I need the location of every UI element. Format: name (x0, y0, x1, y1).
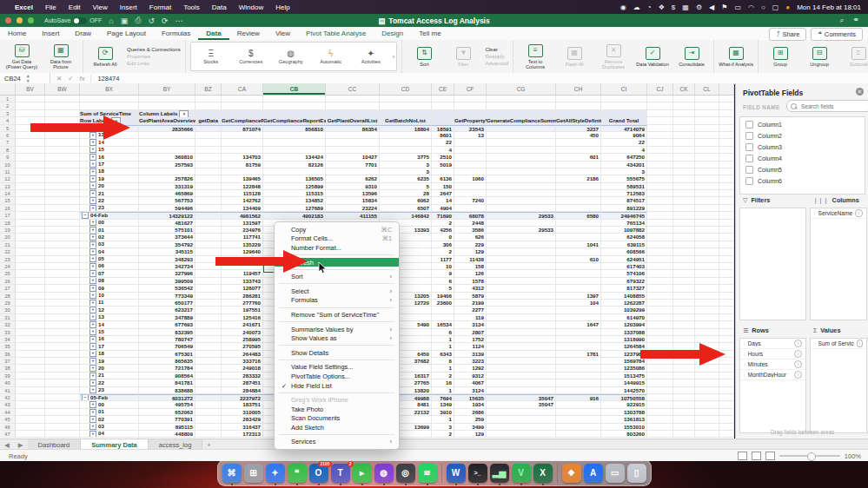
cell-BZ34[interactable] (195, 336, 222, 343)
cell-BW26[interactable] (45, 278, 80, 285)
cell-CI5[interactable]: 4714079 (601, 125, 647, 132)
cell-CF8[interactable] (454, 147, 487, 154)
cell-CF2[interactable] (454, 102, 487, 109)
cell-BW31[interactable] (45, 314, 80, 321)
cell-BX40[interactable]: +22 (80, 379, 139, 386)
cell-CG47[interactable] (487, 431, 556, 438)
cell-BY45[interactable]: 770391 (139, 416, 195, 423)
cell-CE10[interactable]: 5019 (432, 162, 454, 168)
cell-CG9[interactable] (487, 154, 556, 161)
tab-formulas[interactable]: Formulas (154, 27, 198, 40)
cell-BW42[interactable] (45, 394, 80, 401)
expand-toggle-icon[interactable]: + (89, 424, 96, 431)
cell-CJ44[interactable] (647, 409, 673, 416)
cell-BX17[interactable]: −04-Feb (80, 212, 139, 219)
cell-CE28[interactable]: 19406 (432, 293, 454, 300)
cell-BZ16[interactable] (195, 205, 222, 212)
columns-area-box[interactable]: ⁞ServiceNamei (810, 208, 867, 320)
menu-item-sort[interactable]: Sort› (275, 272, 399, 281)
cell-CF28[interactable]: 5879 (454, 293, 487, 300)
cell-CJ32[interactable] (647, 321, 673, 328)
cell-CF23[interactable]: 11438 (454, 256, 487, 263)
row-header-26[interactable]: 26 (0, 278, 16, 285)
drag-handle-icon[interactable]: ⁞ (744, 352, 745, 357)
menu-item-hide-field-list[interactable]: ✓Hide Field List (275, 381, 399, 391)
cell-CG5[interactable] (487, 125, 556, 132)
zoom-window-button[interactable] (28, 17, 34, 23)
cell-BX31[interactable]: +13 (80, 314, 139, 321)
cell-CH20[interactable] (556, 234, 601, 241)
expand-toggle-icon[interactable]: + (89, 416, 96, 423)
cell-CA34[interactable]: 258995 (222, 336, 263, 343)
cell-BZ6[interactable] (195, 132, 222, 139)
queries-connections-button[interactable]: Queries & Connections (127, 47, 181, 52)
cell-CH23[interactable]: 610 (556, 256, 601, 263)
cell-CG11[interactable] (487, 168, 556, 175)
cell-CA36[interactable]: 264483 (222, 351, 263, 358)
cell-CL30[interactable] (695, 307, 719, 313)
cell-x25[interactable] (719, 270, 734, 277)
cell-CK9[interactable] (673, 154, 695, 161)
cell-BV6[interactable] (16, 132, 45, 139)
cell-CG12[interactable] (487, 175, 556, 182)
row-header-4[interactable]: 4 (0, 117, 16, 124)
cell-BX39[interactable]: +21 (80, 373, 139, 379)
column-header-CG[interactable]: CG (487, 83, 556, 96)
minimize-window-button[interactable] (17, 17, 23, 23)
cell-CA21[interactable]: 135229 (222, 241, 263, 248)
confirm-entry-icon[interactable]: ✓ (68, 75, 73, 82)
cell-CL8[interactable] (695, 147, 719, 154)
cell-CG41[interactable] (487, 387, 556, 394)
expand-toggle-icon[interactable]: + (89, 139, 96, 146)
cell-CH8[interactable] (556, 147, 601, 154)
more-commands-icon[interactable]: ⋯ (176, 16, 183, 25)
expand-toggle-icon[interactable]: + (89, 321, 96, 328)
cell-CG34[interactable] (487, 336, 556, 343)
cell-CG7[interactable] (487, 139, 556, 146)
cell-CB11[interactable] (263, 168, 326, 175)
cell-BZ31[interactable] (195, 314, 222, 321)
menu-item-excel[interactable]: Excel (9, 3, 39, 11)
cell-CG6[interactable] (487, 132, 556, 139)
cell-CI18[interactable]: 765134 (601, 220, 647, 227)
cell-CK22[interactable] (673, 248, 695, 255)
cell-CA32[interactable]: 241671 (222, 321, 263, 328)
cell-CE38[interactable]: 1 (432, 365, 454, 372)
cell-BW43[interactable] (45, 401, 80, 408)
cell-CE41[interactable]: 1 (432, 387, 454, 394)
cell-BV36[interactable] (16, 351, 45, 358)
cell-BY18[interactable]: 481627 (139, 220, 195, 227)
cell-BV25[interactable] (16, 270, 45, 277)
row-header-15[interactable]: 15 (0, 197, 16, 204)
cell-CF10[interactable] (454, 162, 487, 168)
cell-CF43[interactable]: 1934 (454, 401, 487, 408)
cell-CE42[interactable]: 7694 (432, 394, 454, 401)
cell-x23[interactable] (719, 256, 734, 263)
cell-CH25[interactable] (556, 270, 601, 277)
info-icon[interactable]: i (794, 350, 802, 358)
cell-CG1[interactable] (487, 96, 556, 102)
row-header-8[interactable]: 8 (0, 147, 16, 154)
cell-BZ46[interactable] (195, 424, 222, 431)
cell-CJ19[interactable] (647, 227, 673, 234)
cell-CI27[interactable]: 817327 (601, 285, 647, 292)
expand-toggle-icon[interactable]: + (89, 343, 96, 350)
column-header-CF[interactable]: CF (454, 83, 487, 96)
cell-CF20[interactable]: 626 (454, 234, 487, 241)
column-header-BV[interactable]: BV (16, 83, 45, 96)
cell-CA19[interactable]: 234976 (222, 227, 263, 234)
column-header-CJ[interactable]: CJ (647, 83, 673, 96)
group-button[interactable]: ⊞Group (763, 47, 798, 67)
cell-CH17[interactable]: 6580 (556, 212, 601, 219)
cell-x46[interactable] (719, 424, 734, 431)
cell-BY35[interactable]: 706549 (139, 343, 195, 350)
field-chip-monthdayhour[interactable]: ⁞MonthDayHouri (740, 370, 805, 380)
cell-BZ29[interactable] (195, 300, 222, 307)
cell-x28[interactable] (719, 293, 734, 300)
cell-CI30[interactable]: 1039299 (601, 307, 647, 313)
cell-CK40[interactable] (673, 379, 695, 386)
cell-BV1[interactable] (16, 96, 45, 102)
cell-CH36[interactable]: 1781 (556, 351, 601, 358)
cell-BZ13[interactable] (195, 183, 222, 190)
cell-CL15[interactable] (695, 197, 719, 204)
